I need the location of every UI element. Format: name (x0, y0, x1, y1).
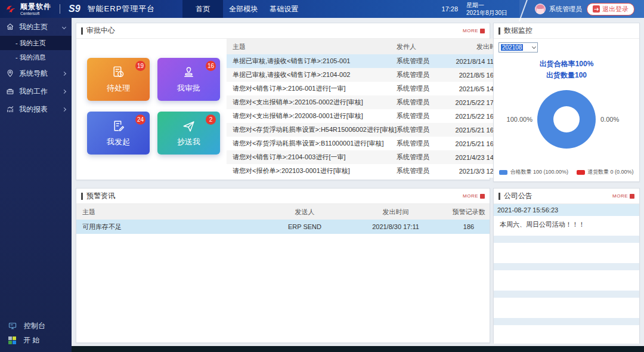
donut-ring (537, 90, 596, 149)
brand-logo: 顺景软件 Centersoft S9 智能ERP管理平台 (0, 3, 155, 16)
table-row[interactable]: 请您对<销售订单>:2106-001进行[一审] 系统管理员 2021/6/5 … (227, 82, 512, 95)
approval-more-link[interactable]: MORE (463, 28, 485, 33)
logout-label: 退出登录 (602, 5, 628, 14)
tile-initiated-by-me[interactable]: 24 我发起 (87, 112, 150, 155)
pass-rate-text: 出货合格率100% (499, 58, 634, 70)
legend-swatch-red (577, 170, 585, 175)
sidebar-subitem-label: 我的主页 (20, 39, 46, 48)
data-monitor-panel: 数据监控 202108 出货合格率100% 出货数量100 100.00% 0.… (493, 23, 640, 182)
start-icon (8, 336, 16, 344)
table-row[interactable]: 可用库存不足 ERP SEND 2021/8/30 17:11 186 (76, 220, 490, 234)
taskbar-strip (72, 346, 644, 352)
tile-pending[interactable]: 19 待处理 (87, 58, 150, 101)
alerts-panel: 预警资讯 MORE 主题 发送人 发出时间 预警记录数 可用库存不足 ERP S… (76, 188, 490, 343)
announcements-more-link[interactable]: MORE (612, 193, 634, 199)
tile-label: 待处理 (107, 83, 130, 94)
month-select[interactable]: 202108 (499, 42, 538, 53)
sidebar-subitem-my-home[interactable]: 我的主页 (0, 36, 72, 50)
company-logo-icon (5, 3, 17, 15)
company-name: 顺景软件 (20, 3, 51, 10)
diagonal-divider (519, 0, 528, 21)
start-label: 开 始 (23, 335, 39, 345)
empty-announcement-stripe (494, 291, 639, 298)
sidebar: 我的主页 我的主页 我的消息 系统导航 我的工作 我的报表 控制台 (0, 18, 72, 352)
doc-edit-icon (111, 119, 126, 134)
donut-chart: 100.00% 0.00% (499, 90, 634, 149)
logout-button[interactable]: 退出登录 (587, 3, 634, 16)
donut-hole (553, 106, 580, 132)
month-select-value: 202108 (501, 44, 523, 51)
table-row[interactable]: 请您对<存货浮动耗损率设置>:B11000001进行[审核] 系统管理员 202… (227, 137, 512, 150)
user-zone: 系统管理员 退出登录 (519, 0, 644, 18)
empty-announcement-slot (494, 298, 639, 316)
sidebar-item-label: 我的报表 (19, 104, 58, 115)
sidebar-item-my-work[interactable]: 我的工作 (0, 82, 72, 100)
legend-swatch-blue (499, 170, 507, 175)
main-nav: 首页 全部模块 基础设置 (182, 0, 304, 18)
sidebar-item-my-reports[interactable]: 我的报表 (0, 100, 72, 118)
col-time: 发出时间 (343, 208, 448, 217)
table-row[interactable]: 单据已审核,请接收<销售订单>:2104-002 系统管理员 2021/8/5 … (227, 68, 512, 82)
product-logo: S9 (69, 4, 80, 14)
col-subject: 主题 (227, 42, 397, 51)
table-row[interactable]: 请您对<支出报销单>:202105-0002进行[审核] 系统管理员 2021/… (227, 95, 512, 109)
announcement-content: 本周六、周日公司活动！！！ (494, 216, 639, 234)
tab-all-modules[interactable]: 全部模块 (223, 0, 264, 18)
approval-tiles: 19 待处理 16 我审批 24 (76, 39, 227, 180)
panel-title: 公司公告 (499, 191, 532, 201)
donut-label-left: 100.00% (503, 116, 532, 123)
date: 2021年8月30日 (466, 10, 507, 16)
tab-home[interactable]: 首页 (182, 0, 223, 18)
table-row[interactable]: 单据已审核,请接收<销售订单>:2105-001 系统管理员 2021/8/14… (227, 54, 512, 68)
sidebar-subitem-my-messages[interactable]: 我的消息 (0, 50, 72, 64)
sidebar-item-system-nav[interactable]: 系统导航 (0, 64, 72, 82)
console-label: 控制台 (24, 321, 45, 331)
sidebar-footer: 控制台 开 始 (0, 319, 72, 347)
divider (60, 4, 60, 14)
sidebar-item-label: 系统导航 (19, 69, 58, 79)
company-name-en: Centersoft (20, 11, 51, 16)
empty-announcement-slot (494, 325, 639, 344)
more-icon (480, 194, 485, 199)
chevron-right-icon (62, 107, 66, 111)
date-block: 星期一 2021年8月30日 (466, 1, 507, 17)
alerts-table-header: 主题 发送人 发出时间 预警记录数 (76, 204, 490, 220)
tile-label: 我发起 (107, 137, 130, 147)
legend-item-pass: 合格数量 100 (100.00%) (499, 168, 568, 176)
sidebar-subitem-label: 我的消息 (20, 53, 46, 62)
tile-my-approvals[interactable]: 16 我审批 (157, 58, 220, 101)
tile-label: 我审批 (177, 83, 200, 94)
more-icon (480, 29, 485, 33)
username: 系统管理员 (549, 5, 582, 14)
start-button[interactable]: 开 始 (0, 333, 72, 347)
table-row[interactable]: 请您对<存货浮动耗损率设置>:H54R15006002进行[审核] 系统管理员 … (227, 123, 512, 137)
panel-title: 审批中心 (81, 26, 115, 36)
shipment-qty-text: 出货数量100 (499, 70, 634, 81)
more-label: MORE (463, 28, 478, 33)
empty-announcement-slot (494, 243, 639, 261)
briefcase-icon (6, 87, 14, 95)
chevron-right-icon (62, 71, 66, 75)
donut-label-right: 0.00% (600, 116, 630, 123)
my-approvals-count-badge: 16 (206, 61, 216, 71)
alerts-more-link[interactable]: MORE (463, 193, 485, 199)
announcement-date[interactable]: 2021-08-27 15:56:23 (494, 204, 639, 216)
table-row[interactable]: 请您对<销售订单>:2104-003进行[一审] 系统管理员 2021/4/23… (227, 150, 512, 164)
col-subject: 主题 (76, 208, 266, 217)
sidebar-item-label: 我的主页 (19, 22, 58, 32)
table-row[interactable]: 请您对<支出报销单>:202008-0001进行[审核] 系统管理员 2021/… (227, 109, 512, 123)
monitor-icon (8, 322, 17, 330)
cc-count-badge: 2 (206, 115, 216, 125)
more-label: MORE (463, 193, 478, 199)
sidebar-item-label: 我的工作 (19, 87, 58, 97)
empty-announcement-slot (494, 270, 639, 289)
pending-count-badge: 19 (135, 61, 145, 71)
console-button[interactable]: 控制台 (0, 319, 72, 333)
avatar[interactable] (535, 4, 546, 14)
legend-label: 合格数量 100 (100.00%) (510, 168, 568, 176)
table-row[interactable]: 请您对<报价单>:202103-0001进行[审核] 系统管理员 2021/3/… (227, 164, 512, 178)
tab-basic-settings[interactable]: 基础设置 (264, 0, 304, 18)
sidebar-item-my-home[interactable]: 我的主页 (0, 18, 72, 36)
empty-announcement-stripe (494, 263, 639, 270)
tile-cc-to-me[interactable]: 2 抄送我 (157, 112, 220, 155)
